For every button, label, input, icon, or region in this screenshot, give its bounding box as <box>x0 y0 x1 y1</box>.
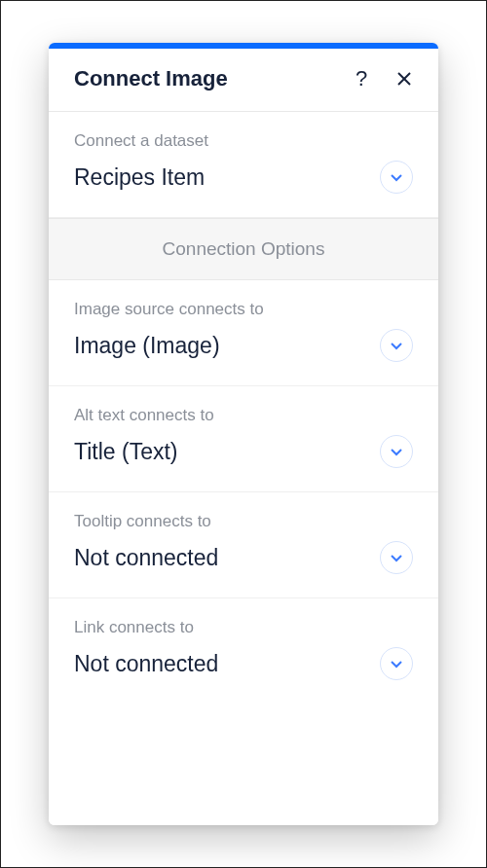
dataset-section: Connect a dataset Recipes Item <box>49 112 438 218</box>
field-dropdown-alt-text[interactable] <box>380 435 413 468</box>
dataset-value: Recipes Item <box>74 164 205 191</box>
field-label: Link connects to <box>74 618 413 637</box>
panel-title: Connect Image <box>74 66 349 91</box>
help-icon[interactable]: ? <box>349 66 374 91</box>
field-label: Tooltip connects to <box>74 512 413 531</box>
panel-header: Connect Image ? <box>49 49 438 112</box>
connection-options-header: Connection Options <box>49 218 438 280</box>
field-section-alt-text: Alt text connects to Title (Text) <box>49 386 438 492</box>
connect-image-panel: Connect Image ? Connect a dataset Recipe… <box>49 43 438 825</box>
dataset-label: Connect a dataset <box>74 131 413 151</box>
field-value: Not connected <box>74 651 218 677</box>
field-value: Not connected <box>74 545 218 571</box>
field-value: Image (Image) <box>74 333 220 359</box>
field-section-image-source: Image source connects to Image (Image) <box>49 280 438 386</box>
dataset-dropdown[interactable] <box>380 161 413 194</box>
field-dropdown-link[interactable] <box>380 647 413 680</box>
field-dropdown-tooltip[interactable] <box>380 541 413 574</box>
close-icon[interactable] <box>392 66 417 91</box>
field-dropdown-image-source[interactable] <box>380 329 413 362</box>
field-label: Image source connects to <box>74 300 413 319</box>
field-section-link: Link connects to Not connected <box>49 598 438 825</box>
field-section-tooltip: Tooltip connects to Not connected <box>49 492 438 598</box>
field-label: Alt text connects to <box>74 406 413 425</box>
field-value: Title (Text) <box>74 439 178 465</box>
